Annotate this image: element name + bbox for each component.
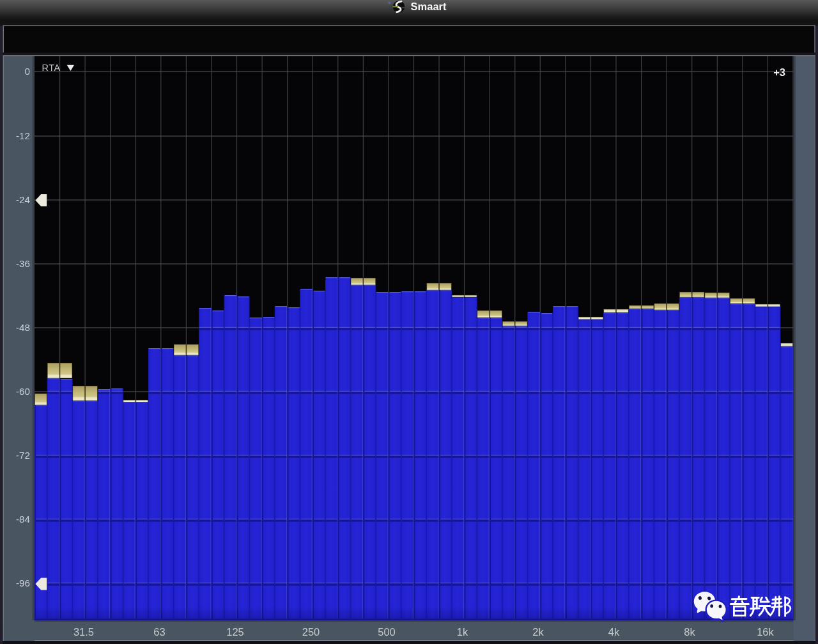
svg-text:0: 0	[25, 66, 30, 77]
svg-text:-84: -84	[16, 514, 30, 525]
svg-text:125: 125	[226, 626, 244, 638]
svg-text:2k: 2k	[532, 626, 544, 638]
svg-text:-12: -12	[16, 130, 30, 141]
svg-text:-24: -24	[16, 194, 30, 205]
svg-text:-72: -72	[16, 450, 30, 461]
svg-text:-36: -36	[16, 258, 30, 269]
svg-text:RTA: RTA	[42, 63, 61, 73]
svg-text:-60: -60	[16, 386, 30, 397]
svg-text:-48: -48	[16, 322, 30, 333]
svg-text:4k: 4k	[608, 626, 620, 638]
svg-text:500: 500	[378, 626, 396, 638]
svg-text:250: 250	[302, 626, 320, 638]
svg-text:1k: 1k	[457, 626, 468, 638]
svg-text:-96: -96	[16, 578, 30, 588]
svg-text:31.5: 31.5	[73, 626, 94, 638]
svg-text:+3: +3	[773, 66, 785, 78]
svg-text:Smaart: Smaart	[411, 1, 447, 12]
svg-text:63: 63	[153, 626, 165, 638]
svg-text:16k: 16k	[757, 626, 774, 638]
svg-text:8k: 8k	[684, 626, 695, 638]
